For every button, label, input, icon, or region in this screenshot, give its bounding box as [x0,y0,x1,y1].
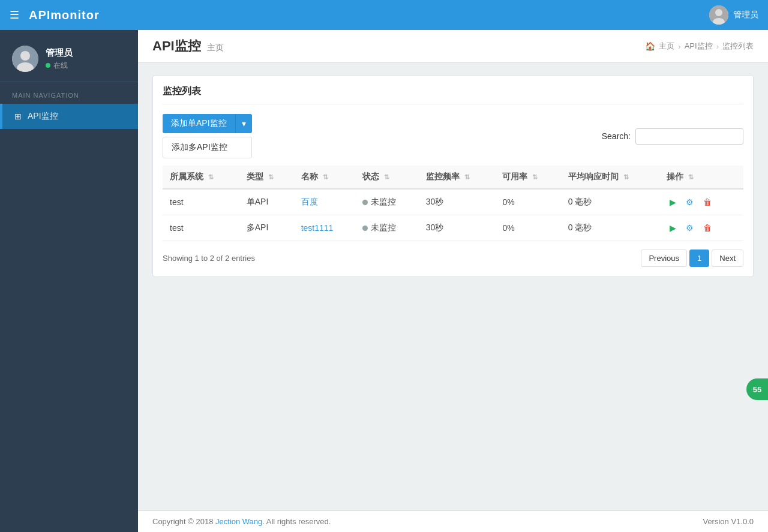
col-frequency[interactable]: 监控频率 ⇅ [419,166,496,189]
user-avatar [12,46,38,72]
navbar-right: 管理员 [709,5,758,25]
table-row: test 单API 百度 未监控 30秒 0% 0 毫秒 ▶ ⚙ 🗑 [163,189,743,215]
status-badge-0: 未监控 [362,197,412,208]
delete-button-1[interactable]: 🗑 [700,221,715,235]
sidebar-item-label: API监控 [28,111,58,122]
breadcrumb-home[interactable]: 主页 [659,41,674,52]
delete-button-0[interactable]: 🗑 [700,196,715,209]
sidebar-item-api-monitor[interactable]: ⊞ API监控 [0,104,138,129]
cell-availability-1: 0% [495,215,560,241]
svg-point-1 [715,9,722,16]
sort-icon-frequency: ⇅ [464,173,470,181]
sort-icon-type: ⇅ [268,173,274,181]
add-buttons-group: 添加单API监控 ▾ 添加多API监控 [163,114,252,158]
app-title: APImonitor [29,8,100,22]
play-button-0[interactable]: ▶ [667,196,679,209]
breadcrumb-api-monitor[interactable]: API监控 [685,41,713,52]
cell-actions-0: ▶ ⚙ 🗑 [659,189,743,215]
footer-copyright-text: Copyright © 2018 [152,517,215,526]
top-navbar: ☰ APImonitor 管理员 [0,0,768,30]
status-online-dot [46,63,50,68]
page-subtitle: 主页 [207,43,224,53]
cell-system-1: test [163,215,239,241]
grid-icon: ⊞ [14,112,22,121]
status-text-0: 未监控 [371,197,396,208]
col-avg-response[interactable]: 平均响应时间 ⇅ [561,166,660,189]
cell-type-0: 单API [239,189,294,215]
col-name[interactable]: 名称 ⇅ [294,166,356,189]
panel-title: 监控列表 [163,85,743,104]
monitor-table: 所属系统 ⇅ 类型 ⇅ 名称 ⇅ [163,166,743,241]
sort-icon-name: ⇅ [323,173,328,181]
cell-type-1: 多API [239,215,294,241]
table-body: test 单API 百度 未监控 30秒 0% 0 毫秒 ▶ ⚙ 🗑 test … [163,189,743,241]
sidebar: 管理员 在线 MAIN NAVIGATION ⊞ API监控 [0,30,138,532]
svg-point-4 [20,51,30,61]
sort-icon-system: ⇅ [208,173,214,181]
search-input[interactable] [635,128,743,145]
main-layout: 管理员 在线 MAIN NAVIGATION ⊞ API监控 API监控 主页 … [0,30,768,532]
sort-icon-actions: ⇅ [688,173,694,181]
user-status: 在线 [46,61,73,71]
dropdown-menu: 添加多API监控 [163,137,252,158]
col-type[interactable]: 类型 ⇅ [239,166,294,189]
page-title-group: API监控 主页 [152,37,224,55]
cell-availability-0: 0% [495,189,560,215]
user-info: 管理员 在线 [46,47,73,71]
cell-status-0: 未监控 [355,189,419,215]
nav-section-title: MAIN NAVIGATION [0,82,138,104]
add-single-api-button[interactable]: 添加单API监控 [163,114,235,133]
breadcrumb: 🏠 主页 › API监控 › 监控列表 [645,41,754,52]
name-link-0[interactable]: 百度 [301,197,318,206]
add-single-btn-group: 添加单API监控 ▾ [163,114,252,133]
user-profile: 管理员 在线 [0,36,138,82]
home-icon: 🏠 [645,41,655,51]
table-row: test 多API test1111 未监控 30秒 0% 0 毫秒 ▶ ⚙ 🗑 [163,215,743,241]
play-button-1[interactable]: ▶ [667,221,679,235]
float-badge[interactable]: 55 [746,378,768,400]
status-dot-0 [362,200,368,205]
col-availability[interactable]: 可用率 ⇅ [495,166,560,189]
previous-button[interactable]: Previous [641,250,687,267]
settings-button-0[interactable]: ⚙ [683,196,697,209]
pagination-area: Showing 1 to 2 of 2 entries Previous 1 N… [163,250,743,267]
name-link-1[interactable]: test1111 [301,223,334,233]
user-name: 管理员 [46,47,73,59]
col-system[interactable]: 所属系统 ⇅ [163,166,239,189]
add-multi-api-item[interactable]: 添加多API监控 [163,137,251,158]
cell-frequency-0: 30秒 [419,189,496,215]
content-area: API监控 主页 🏠 主页 › API监控 › 监控列表 监控列表 [138,30,768,532]
hamburger-icon[interactable]: ☰ [10,8,19,22]
status-dot-1 [362,226,368,231]
admin-name: 管理员 [733,10,758,20]
sort-icon-avg-response: ⇅ [623,173,629,181]
cell-name-0[interactable]: 百度 [294,189,356,215]
col-actions: 操作 ⇅ [659,166,743,189]
cell-system-0: test [163,189,239,215]
footer-version: Version V1.0.0 [703,517,754,526]
user-status-label: 在线 [53,61,68,71]
breadcrumb-monitor-list: 监控列表 [722,41,754,52]
search-area: Search: [602,128,743,145]
cell-status-1: 未监控 [355,215,419,241]
settings-button-1[interactable]: ⚙ [683,221,697,235]
next-button[interactable]: Next [712,250,743,267]
toolbar-left: 添加单API监控 ▾ 添加多API监控 [163,114,252,158]
dropdown-toggle-button[interactable]: ▾ [235,114,252,133]
page-title: API监控 [152,37,201,55]
col-status[interactable]: 状态 ⇅ [355,166,419,189]
sort-icon-status: ⇅ [384,173,389,181]
status-badge-1: 未监控 [362,223,412,233]
footer-copyright: Copyright © 2018 Jection Wang. All right… [152,517,331,526]
cell-actions-1: ▶ ⚙ 🗑 [659,215,743,241]
page-1-button[interactable]: 1 [689,250,709,267]
footer-rights: . All rights reserved. [262,517,331,526]
table-header: 所属系统 ⇅ 类型 ⇅ 名称 ⇅ [163,166,743,189]
pagination-info: Showing 1 to 2 of 2 entries [163,254,255,263]
page-header: API监控 主页 🏠 主页 › API监控 › 监控列表 [138,30,768,63]
cell-avg-response-1: 0 毫秒 [561,215,660,241]
cell-name-1[interactable]: test1111 [294,215,356,241]
toolbar: 添加单API监控 ▾ 添加多API监控 Search: [163,114,743,158]
footer-author-link[interactable]: Jection Wang [215,517,262,526]
search-label: Search: [602,131,631,141]
